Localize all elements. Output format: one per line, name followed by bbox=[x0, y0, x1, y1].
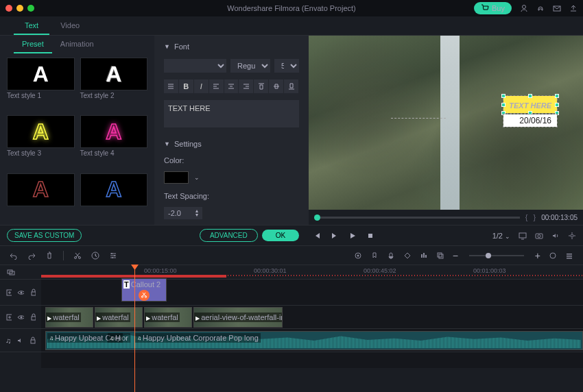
close-window-button[interactable] bbox=[5, 5, 12, 12]
marker-icon[interactable] bbox=[370, 252, 379, 260]
add-track-icon[interactable] bbox=[5, 289, 12, 297]
lock-icon[interactable] bbox=[29, 289, 36, 297]
text-overlay[interactable]: TEXT HERE 20/06/16 bbox=[503, 96, 557, 127]
display-icon[interactable] bbox=[519, 232, 527, 240]
maximize-window-button[interactable] bbox=[27, 5, 34, 12]
svg-rect-29 bbox=[32, 292, 36, 295]
minimize-window-button[interactable] bbox=[16, 5, 23, 12]
advanced-button[interactable]: ADVANCED bbox=[200, 229, 258, 242]
valign-middle-button[interactable] bbox=[269, 79, 284, 93]
export-icon[interactable] bbox=[569, 4, 578, 12]
redo-button[interactable] bbox=[27, 252, 36, 260]
font-section-header[interactable]: ▼Font bbox=[164, 41, 299, 52]
text-style-6[interactable]: A bbox=[80, 173, 148, 221]
resize-handle[interactable] bbox=[528, 94, 532, 98]
preview-viewport[interactable]: TEXT HERE 20/06/16 bbox=[309, 36, 583, 210]
resize-handle[interactable] bbox=[555, 103, 559, 107]
font-weight-select[interactable]: Regular bbox=[230, 59, 270, 73]
video-clip[interactable]: ▶ waterfal bbox=[95, 307, 143, 328]
eye-icon[interactable] bbox=[17, 313, 23, 321]
line-height-button[interactable] bbox=[164, 79, 179, 93]
snapshot-icon[interactable] bbox=[535, 232, 543, 240]
mark-out-button[interactable]: } bbox=[533, 213, 536, 221]
tab-text[interactable]: Text bbox=[14, 16, 49, 35]
settings-section-header[interactable]: ▼Settings bbox=[164, 138, 299, 149]
track-options-icon[interactable] bbox=[565, 252, 573, 260]
undo-button[interactable] bbox=[10, 252, 18, 260]
mark-in-button[interactable]: { bbox=[525, 213, 528, 221]
playhead[interactable] bbox=[134, 265, 135, 392]
mixer-icon[interactable] bbox=[420, 252, 428, 260]
bold-button[interactable]: B bbox=[179, 79, 194, 93]
text-spacing-input[interactable]: -2.0▴▾ bbox=[164, 207, 202, 219]
settings-icon[interactable] bbox=[568, 232, 576, 240]
align-right-button[interactable] bbox=[239, 79, 254, 93]
font-family-select[interactable] bbox=[164, 59, 226, 73]
resize-handle[interactable] bbox=[501, 94, 505, 98]
lock-icon[interactable] bbox=[29, 313, 36, 321]
text-style-3[interactable]: AText style 3 bbox=[7, 115, 75, 170]
text-style-4[interactable]: AText style 4 bbox=[80, 115, 148, 170]
text-content-input[interactable]: TEXT HERE bbox=[164, 100, 299, 127]
mail-icon[interactable] bbox=[553, 4, 561, 12]
fit-button[interactable] bbox=[549, 252, 557, 260]
keyframe-icon[interactable] bbox=[403, 252, 412, 260]
timeline-ruler[interactable]: 00:00:15:00 00:00:30:01 00:00:45:02 00:0… bbox=[0, 265, 583, 279]
main-tabs: Text Video bbox=[0, 16, 583, 36]
italic-button[interactable]: I bbox=[194, 79, 209, 93]
prev-frame-button[interactable] bbox=[313, 232, 321, 240]
volume-icon[interactable] bbox=[551, 232, 560, 240]
audio-clip[interactable]: ♫ Happy Upbeat Corpor ♫ H ♫ Happy Upbeat… bbox=[45, 331, 583, 350]
cut-button[interactable] bbox=[73, 252, 82, 260]
subtab-preset[interactable]: Preset bbox=[14, 36, 52, 53]
scissor-icon[interactable] bbox=[139, 290, 150, 301]
overlay-icon[interactable] bbox=[436, 252, 444, 260]
overlay-date[interactable]: 20/06/16 bbox=[503, 114, 557, 127]
zoom-in-button[interactable]: + bbox=[535, 250, 540, 261]
video-clip[interactable]: ▶ waterfal bbox=[144, 307, 192, 328]
zoom-ratio[interactable]: 1/2 ⌄ bbox=[492, 232, 510, 240]
video-clip[interactable]: ▶ waterfal bbox=[45, 307, 93, 328]
save-as-custom-button[interactable]: SAVE AS CUSTOM bbox=[7, 229, 82, 242]
text-style-1[interactable]: AText style 1 bbox=[7, 58, 75, 112]
align-center-button[interactable] bbox=[224, 79, 239, 93]
delete-button[interactable] bbox=[45, 252, 53, 260]
zoom-slider[interactable] bbox=[469, 255, 524, 256]
text-style-5[interactable]: A bbox=[7, 173, 75, 221]
tab-video[interactable]: Video bbox=[49, 16, 91, 35]
subtab-animation[interactable]: Animation bbox=[52, 36, 102, 53]
preview-scrubber[interactable] bbox=[314, 217, 520, 219]
resize-handle[interactable] bbox=[555, 94, 559, 98]
color-picker[interactable] bbox=[164, 171, 189, 184]
app-title: Wondershare Filmora (Envato Project) bbox=[227, 4, 355, 12]
adjust-icon[interactable] bbox=[109, 252, 117, 260]
chevron-down-icon[interactable]: ⌄ bbox=[194, 174, 200, 181]
resize-handle[interactable] bbox=[501, 103, 505, 107]
headset-icon[interactable] bbox=[536, 4, 545, 12]
video-clip[interactable]: ▶ aerial-view-of-waterfall-in-f bbox=[193, 307, 283, 328]
lock-icon[interactable] bbox=[29, 336, 36, 345]
valign-bottom-button[interactable] bbox=[284, 79, 299, 93]
stop-button[interactable] bbox=[366, 232, 374, 240]
speed-button[interactable] bbox=[91, 252, 99, 260]
play-button[interactable] bbox=[348, 232, 357, 240]
align-left-button[interactable] bbox=[209, 79, 224, 93]
voiceover-icon[interactable] bbox=[387, 252, 395, 260]
valign-top-button[interactable] bbox=[254, 79, 269, 93]
spacing-label: Text Spacing: bbox=[164, 192, 299, 200]
font-size-select[interactable]: 56 bbox=[274, 59, 299, 73]
link-icon[interactable] bbox=[7, 268, 15, 276]
ok-button[interactable]: OK bbox=[262, 230, 299, 241]
eye-icon[interactable] bbox=[17, 289, 23, 297]
next-frame-button[interactable] bbox=[331, 232, 339, 240]
text-clip[interactable]: TCallout 2 bbox=[121, 278, 167, 302]
svg-rect-22 bbox=[567, 254, 572, 255]
add-track-icon[interactable] bbox=[5, 313, 12, 321]
account-icon[interactable] bbox=[520, 4, 528, 12]
mute-icon[interactable] bbox=[16, 336, 23, 345]
overlay-title[interactable]: TEXT HERE bbox=[503, 96, 557, 113]
record-icon[interactable] bbox=[354, 252, 362, 260]
zoom-out-button[interactable]: − bbox=[453, 250, 458, 261]
text-style-2[interactable]: AText style 2 bbox=[80, 58, 148, 112]
buy-button[interactable]: Buy bbox=[474, 2, 512, 14]
